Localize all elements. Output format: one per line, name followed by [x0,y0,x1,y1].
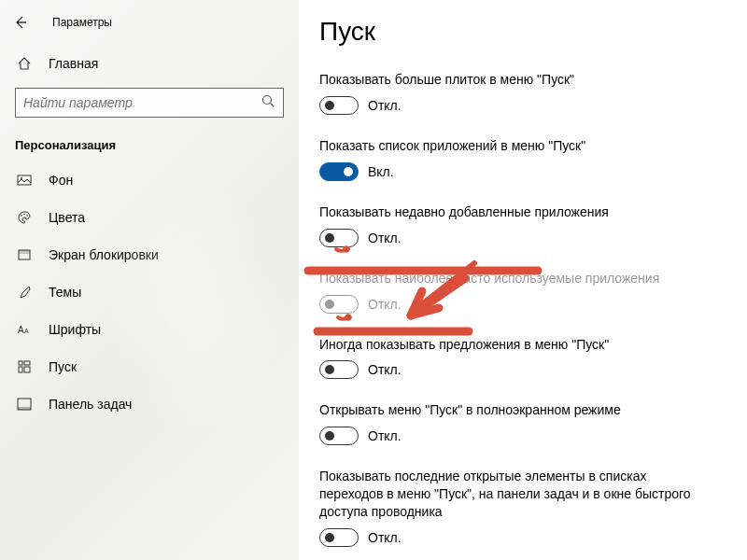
svg-point-1 [263,96,272,105]
sidebar-item-fonts[interactable]: AA Шрифты [0,311,299,348]
start-icon [15,359,34,374]
home-item[interactable]: Главная [0,37,299,82]
palette-icon [15,210,34,225]
svg-rect-14 [19,367,22,372]
toggle-row: Вкл. [319,162,712,181]
setting-label: Открывать меню "Пуск" в полноэкранном ре… [319,401,712,419]
setting-item: Показывать наиболее часто используемые п… [319,270,712,314]
toggle-switch[interactable] [319,360,359,379]
main-content: Пуск Показывать больше плиток в меню "Пу… [299,0,747,560]
setting-item: Открывать меню "Пуск" в полноэкранном ре… [319,401,712,445]
sidebar-item-label: Пуск [34,359,77,374]
setting-label: Показывать недавно добавленные приложени… [319,203,712,221]
window-title: Параметры [41,16,112,29]
svg-rect-17 [18,407,31,410]
setting-item: Показать список приложений в меню "Пуск"… [319,137,712,181]
sidebar-item-label: Темы [34,285,81,300]
svg-rect-3 [18,175,31,185]
svg-text:A: A [24,328,29,334]
sidebar-item-colors[interactable]: Цвета [0,199,299,236]
svg-point-7 [26,215,28,217]
sidebar-item-label: Панель задач [34,397,132,412]
toggle-state-label: Откл. [368,362,402,377]
search-icon [261,93,275,112]
toggle-switch [319,295,359,314]
toggle-state-label: Вкл. [368,164,394,179]
search-box[interactable] [15,88,284,118]
home-label: Главная [34,56,98,71]
brush-icon [15,285,34,300]
setting-item: Показывать больше плиток в меню "Пуск"От… [319,71,712,115]
section-label: Персонализация [0,118,299,161]
setting-item: Иногда показывать предложения в меню "Пу… [319,336,712,380]
toggle-row: Откл. [319,96,712,115]
toggle-row: Откл. [319,528,712,547]
toggle-state-label: Откл. [368,530,402,545]
setting-label: Показывать наиболее часто используемые п… [319,270,712,287]
sidebar-item-start[interactable]: Пуск [0,348,299,385]
sidebar-item-label: Шрифты [34,322,101,337]
setting-label: Показывать последние открытые элементы в… [319,468,712,521]
home-icon [15,56,34,71]
setting-item: Показывать недавно добавленные приложени… [319,203,712,247]
svg-line-2 [271,104,275,107]
svg-text:A: A [18,325,24,335]
setting-item: Показывать последние открытые элементы в… [319,468,712,547]
svg-rect-15 [24,367,30,372]
toggle-row: Откл. [319,229,712,247]
toggle-switch[interactable] [319,528,359,547]
toggle-state-label: Откл. [368,297,402,312]
toggle-switch[interactable] [319,162,359,181]
toggle-state-label: Откл. [368,98,402,113]
setting-label: Показать список приложений в меню "Пуск" [319,137,712,155]
svg-rect-12 [19,361,22,365]
sidebar-item-themes[interactable]: Темы [0,273,299,311]
svg-point-5 [21,215,22,217]
taskbar-icon [15,397,34,412]
toggle-state-label: Откл. [368,231,402,245]
toggle-state-label: Откл. [368,428,402,443]
header: Параметры [0,0,299,37]
page-title: Пуск [319,17,747,47]
fonts-icon: AA [15,322,34,337]
back-button[interactable] [0,7,41,37]
svg-point-6 [23,214,25,216]
setting-label: Иногда показывать предложения в меню "Пу… [319,336,712,354]
toggle-switch[interactable] [319,229,359,247]
toggle-switch[interactable] [319,427,359,445]
sidebar-item-label: Цвета [34,210,85,225]
picture-icon [15,173,34,188]
sidebar-item-lockscreen[interactable]: Экран блокировки [0,236,299,273]
sidebar-item-background[interactable]: Фон [0,161,299,199]
sidebar-item-taskbar[interactable]: Панель задач [0,385,299,423]
setting-label: Показывать больше плиток в меню "Пуск" [319,71,712,89]
back-arrow-icon [13,15,28,30]
sidebar-item-label: Экран блокировки [34,247,159,262]
sidebar: Параметры Главная Персонализация Фон Цве… [0,0,299,560]
toggle-row: Откл. [319,360,712,379]
search-input[interactable] [23,95,261,110]
toggle-switch[interactable] [319,96,359,115]
svg-rect-9 [19,250,30,254]
lockscreen-icon [15,247,34,262]
sidebar-item-label: Фон [34,173,73,188]
toggle-row: Откл. [319,295,712,314]
toggle-row: Откл. [319,427,712,445]
svg-rect-13 [24,361,30,365]
